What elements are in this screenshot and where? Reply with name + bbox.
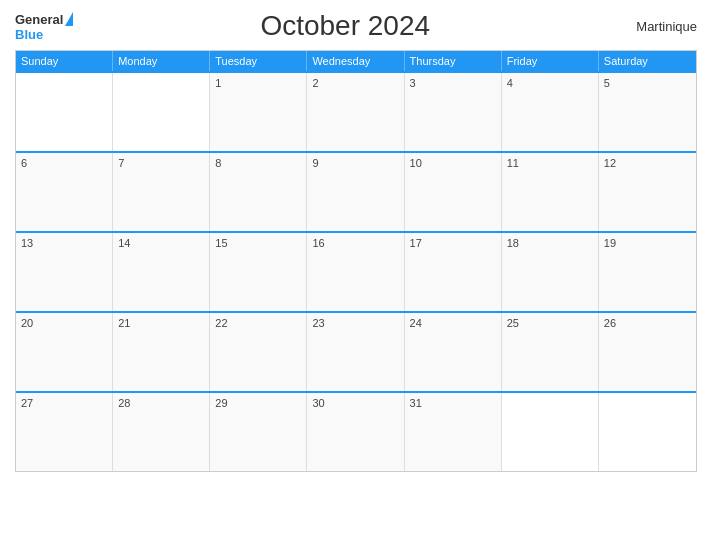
day-number: 2 xyxy=(312,77,318,89)
day-cell: 25 xyxy=(502,313,599,391)
day-header-wednesday: Wednesday xyxy=(307,51,404,71)
region-label: Martinique xyxy=(617,19,697,34)
day-cell xyxy=(502,393,599,471)
day-header-thursday: Thursday xyxy=(405,51,502,71)
day-cell: 5 xyxy=(599,73,696,151)
day-number: 28 xyxy=(118,397,130,409)
day-header-sunday: Sunday xyxy=(16,51,113,71)
day-number: 4 xyxy=(507,77,513,89)
day-cell: 23 xyxy=(307,313,404,391)
week-row-5: 2728293031 xyxy=(16,391,696,471)
week-row-3: 13141516171819 xyxy=(16,231,696,311)
day-cell: 16 xyxy=(307,233,404,311)
day-cell: 26 xyxy=(599,313,696,391)
day-cell: 24 xyxy=(405,313,502,391)
day-number: 14 xyxy=(118,237,130,249)
logo: General Blue xyxy=(15,12,73,41)
day-cell: 4 xyxy=(502,73,599,151)
day-number: 26 xyxy=(604,317,616,329)
day-cell: 13 xyxy=(16,233,113,311)
day-number: 12 xyxy=(604,157,616,169)
logo-wrapper: General Blue xyxy=(15,12,73,41)
day-number: 19 xyxy=(604,237,616,249)
logo-line1: General xyxy=(15,12,73,28)
day-number: 16 xyxy=(312,237,324,249)
day-cell: 1 xyxy=(210,73,307,151)
calendar: SundayMondayTuesdayWednesdayThursdayFrid… xyxy=(15,50,697,472)
week-row-1: 12345 xyxy=(16,71,696,151)
logo-triangle-icon xyxy=(65,12,73,26)
weeks-container: 1234567891011121314151617181920212223242… xyxy=(16,71,696,471)
day-number: 11 xyxy=(507,157,519,169)
logo-blue-text: Blue xyxy=(15,28,73,41)
day-number: 18 xyxy=(507,237,519,249)
day-cell: 21 xyxy=(113,313,210,391)
day-cell: 8 xyxy=(210,153,307,231)
day-cell: 6 xyxy=(16,153,113,231)
day-cell xyxy=(113,73,210,151)
day-number: 5 xyxy=(604,77,610,89)
day-cell: 10 xyxy=(405,153,502,231)
day-cell: 7 xyxy=(113,153,210,231)
day-cell xyxy=(599,393,696,471)
day-cell: 18 xyxy=(502,233,599,311)
day-cell: 11 xyxy=(502,153,599,231)
day-number: 20 xyxy=(21,317,33,329)
day-number: 21 xyxy=(118,317,130,329)
day-header-saturday: Saturday xyxy=(599,51,696,71)
day-header-monday: Monday xyxy=(113,51,210,71)
day-headers-row: SundayMondayTuesdayWednesdayThursdayFrid… xyxy=(16,51,696,71)
day-cell: 29 xyxy=(210,393,307,471)
day-number: 9 xyxy=(312,157,318,169)
day-number: 25 xyxy=(507,317,519,329)
day-cell: 20 xyxy=(16,313,113,391)
day-number: 23 xyxy=(312,317,324,329)
day-cell: 19 xyxy=(599,233,696,311)
day-number: 10 xyxy=(410,157,422,169)
logo-general-text: General xyxy=(15,13,63,26)
day-number: 13 xyxy=(21,237,33,249)
day-number: 22 xyxy=(215,317,227,329)
week-row-2: 6789101112 xyxy=(16,151,696,231)
day-cell: 31 xyxy=(405,393,502,471)
day-number: 30 xyxy=(312,397,324,409)
day-number: 8 xyxy=(215,157,221,169)
day-cell: 28 xyxy=(113,393,210,471)
day-number: 15 xyxy=(215,237,227,249)
day-number: 1 xyxy=(215,77,221,89)
day-cell: 9 xyxy=(307,153,404,231)
day-number: 7 xyxy=(118,157,124,169)
day-cell: 22 xyxy=(210,313,307,391)
day-cell xyxy=(16,73,113,151)
day-number: 27 xyxy=(21,397,33,409)
day-number: 31 xyxy=(410,397,422,409)
day-cell: 3 xyxy=(405,73,502,151)
calendar-title: October 2024 xyxy=(73,10,617,42)
calendar-page: General Blue October 2024 Martinique Sun… xyxy=(0,0,712,550)
day-cell: 27 xyxy=(16,393,113,471)
day-number: 24 xyxy=(410,317,422,329)
day-cell: 15 xyxy=(210,233,307,311)
day-number: 6 xyxy=(21,157,27,169)
day-cell: 30 xyxy=(307,393,404,471)
header: General Blue October 2024 Martinique xyxy=(15,10,697,42)
day-number: 3 xyxy=(410,77,416,89)
day-cell: 17 xyxy=(405,233,502,311)
day-number: 17 xyxy=(410,237,422,249)
day-cell: 14 xyxy=(113,233,210,311)
day-header-tuesday: Tuesday xyxy=(210,51,307,71)
day-cell: 2 xyxy=(307,73,404,151)
week-row-4: 20212223242526 xyxy=(16,311,696,391)
day-header-friday: Friday xyxy=(502,51,599,71)
day-cell: 12 xyxy=(599,153,696,231)
day-number: 29 xyxy=(215,397,227,409)
